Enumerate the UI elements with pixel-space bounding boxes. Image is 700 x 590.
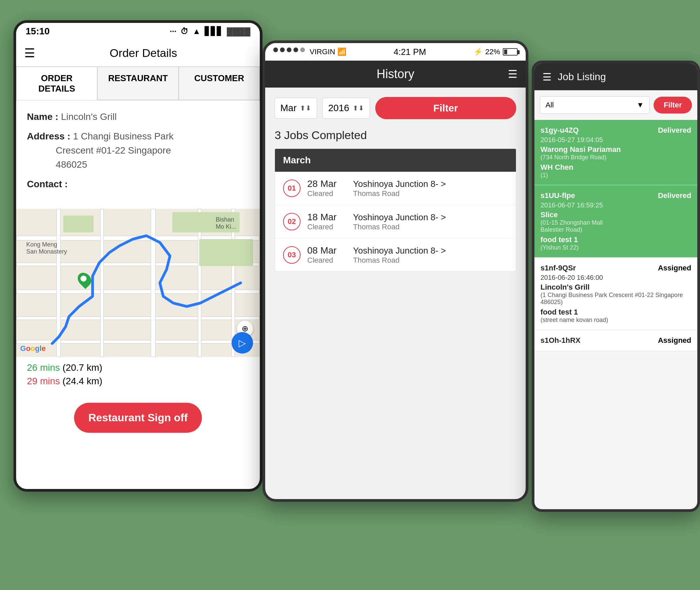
year-select[interactable]: 2016 ⬆⬇ (322, 98, 370, 119)
job-row-3[interactable]: 03 08 Mar Cleared Yoshinoya Junction 8- … (275, 238, 516, 271)
job-date-3: 08 Mar (307, 245, 348, 256)
job-num-2: 02 (283, 213, 301, 230)
job-status-delivered-2: Delivered (658, 191, 691, 200)
job-status-3: Cleared (307, 256, 348, 265)
month-select[interactable]: Mar ⬆⬇ (275, 98, 317, 119)
filter-select-3[interactable]: All ▼ (540, 96, 650, 114)
contact-label: Contact : (27, 179, 68, 189)
route2-dist: (24.4 km) (63, 376, 102, 386)
job-id-4: s1Oh-1hRX (540, 336, 581, 345)
completed-text: 3 Jobs Completed (275, 129, 516, 142)
tab-customer[interactable]: CUSTOMER (179, 67, 260, 100)
status-bar-1: 15:10 ··· ⏱ ▲ ▋▋▋ ▓▓▓▓ (16, 23, 260, 40)
status-right-2: ⚡ 22% (474, 47, 518, 56)
job-addr-2: (01-15 Zhongshan MallBalestier Road) (540, 219, 691, 233)
job-status-assigned-3: Assigned (658, 264, 691, 272)
header-title-1: Order Details (35, 46, 252, 60)
hamburger-icon-1[interactable]: ☰ (24, 46, 35, 60)
wifi-icon-2: 📶 (337, 47, 346, 56)
header-title-2: History (377, 67, 414, 81)
job-card-4[interactable]: s1Oh-1hRX Assigned (534, 330, 697, 351)
signoff-button[interactable]: Restaurant Sign off (74, 403, 202, 433)
route2-time: 29 mins (27, 376, 60, 386)
job-date-card-1: 2016-05-27 19:04:05 (540, 136, 691, 144)
job-sub-1: Thomas Road (353, 189, 508, 198)
menu-icon-2[interactable]: ☰ (508, 68, 518, 80)
history-body: Mar ⬆⬇ 2016 ⬆⬇ Filter 3 Jobs Completed M… (265, 88, 526, 272)
route-info: 26 mins (20.7 km) 29 mins (24.4 km) (16, 357, 260, 395)
route-row-2: 29 mins (24.4 km) (27, 376, 249, 387)
tab-restaurant[interactable]: RESTAURANT (97, 67, 178, 100)
job-status-2: Cleared (307, 223, 348, 231)
clock-icon: ⏱ (180, 27, 188, 36)
job-card-top-3: s1nf-9QSr Assigned (540, 264, 691, 272)
address-label: Address : (27, 131, 70, 141)
job-date-card-3: 2016-06-20 16:46:00 (540, 274, 691, 282)
job-row-1[interactable]: 01 28 Mar Cleared Yoshinoya Junction 8- … (275, 172, 516, 205)
job-desc-1: Yoshinoya Junction 8- > (353, 179, 508, 189)
job-card-top-4: s1Oh-1hRX Assigned (540, 336, 691, 345)
route-row-1: 26 mins (20.7 km) (27, 362, 249, 373)
signal-dot (293, 47, 298, 52)
year-arrow: ⬆⬇ (353, 104, 364, 112)
job-row-2[interactable]: 02 18 Mar Cleared Yoshinoya Junction 8- … (275, 205, 516, 238)
job-date-card-2: 2016-06-07 16:59:25 (540, 201, 691, 209)
signal-dot (300, 47, 305, 52)
google-logo: Google (20, 344, 46, 353)
filter-row-2: Mar ⬆⬇ 2016 ⬆⬇ Filter (275, 97, 516, 119)
menu-dots-icon: ··· (170, 27, 176, 36)
name-row: Name : Lincoln's Grill (27, 110, 249, 124)
filter-select-value: All (546, 101, 554, 109)
header-3: ☰ Job Listing (534, 63, 697, 90)
job-customer-sub-3: (street name kovan road) (540, 317, 691, 324)
status-icons-1: ··· ⏱ ▲ ▋▋▋ ▓▓▓▓ (170, 27, 250, 36)
job-customer-sub-1: (1) (540, 172, 691, 179)
map-background: BishanMo Ki... Kong MengSan Monastery Go… (16, 209, 260, 357)
job-card-top-2: s1UU-flpe Delivered (540, 191, 691, 200)
signal-dot (280, 47, 285, 52)
jobs-table-header: March (275, 149, 516, 172)
job-desc-2: Yoshinoya Junction 8- > (353, 212, 508, 223)
job-sub-3: Thomas Road (353, 256, 508, 265)
tab-order-details[interactable]: ORDERDETAILS (16, 67, 97, 100)
filter-button-3[interactable]: Filter (654, 97, 692, 113)
map-area: BishanMo Ki... Kong MengSan Monastery Go… (16, 209, 260, 357)
signal-icon: ▋▋▋ (205, 27, 223, 36)
signal-dot (287, 47, 291, 52)
job-date-1: 28 Mar (307, 178, 348, 189)
job-desc-col-1: Yoshinoya Junction 8- > Thomas Road (353, 179, 508, 198)
contact-row: Contact : (27, 177, 249, 191)
job-date-col-1: 28 Mar Cleared (307, 178, 348, 198)
job-date-col-2: 18 Mar Cleared (307, 212, 348, 231)
job-id-2: s1UU-flpe (540, 191, 575, 200)
battery-pct: 22% (485, 47, 500, 56)
signal-dot (273, 47, 278, 52)
name-label: Name : (27, 111, 58, 122)
hamburger-icon-3[interactable]: ☰ (542, 71, 552, 83)
job-card-3[interactable]: s1nf-9QSr Assigned 2016-06-20 16:46:00 L… (534, 258, 697, 330)
order-details-content: Name : Lincoln's Grill Address : 1 Chang… (16, 100, 260, 206)
job-id-3: s1nf-9QSr (540, 264, 576, 272)
phone-job-listing: ☰ Job Listing All ▼ Filter s1gy-u4ZQ Del… (532, 61, 700, 512)
status-time-2: 4:21 PM (393, 47, 426, 57)
year-value: 2016 (328, 103, 349, 113)
job-addr-1: (734 North Bridge Road) (540, 154, 691, 161)
job-card-1[interactable]: s1gy-u4ZQ Delivered 2016-05-27 19:04:05 … (534, 120, 697, 185)
jobs-table: March 01 28 Mar Cleared Yoshinoya Juncti… (275, 149, 516, 272)
job-card-top-1: s1gy-u4ZQ Delivered (540, 126, 691, 135)
phone-order-details: 15:10 ··· ⏱ ▲ ▋▋▋ ▓▓▓▓ ☰ Order Details O… (13, 20, 262, 492)
filter-button-2[interactable]: Filter (375, 97, 516, 119)
route1-dist: (20.7 km) (63, 362, 102, 373)
battery-icon: ▓▓▓▓ (227, 27, 250, 36)
job-card-2[interactable]: s1UU-flpe Delivered 2016-06-07 16:59:25 … (534, 185, 697, 258)
carrier-label: VIRGIN (310, 47, 335, 56)
navigation-button[interactable]: ▷ (232, 332, 253, 354)
job-addr-3: (1 Changi Business Park Crescent #01-22 … (540, 292, 691, 306)
filter-row-3: All ▼ Filter (534, 90, 697, 120)
dropdown-arrow-icon: ▼ (636, 101, 644, 109)
bluetooth-icon: ⚡ (474, 47, 483, 56)
phone-history: VIRGIN 📶 4:21 PM ⚡ 22% History ☰ Mar ⬆⬇ … (262, 40, 528, 502)
job-desc-3: Yoshinoya Junction 8- > (353, 245, 508, 256)
header-1: ☰ Order Details (16, 40, 260, 67)
job-date-col-3: 08 Mar Cleared (307, 245, 348, 265)
